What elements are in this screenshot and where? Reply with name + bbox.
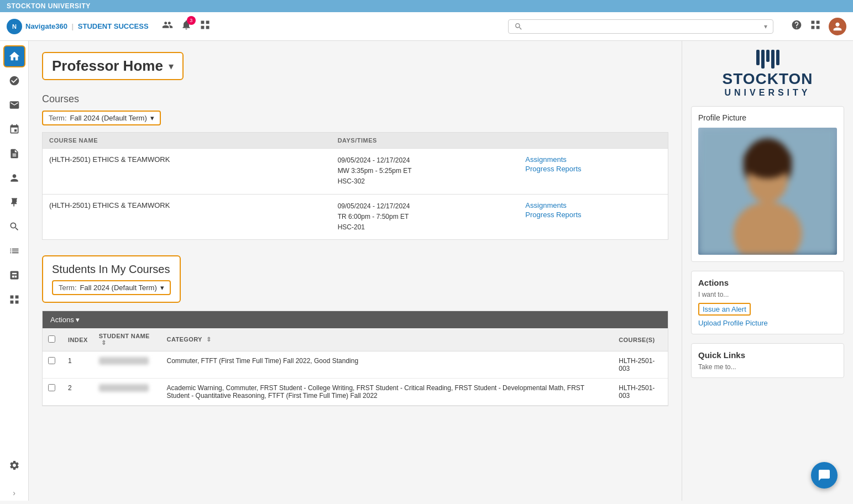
profile-picture-label: Profile Picture [698, 113, 837, 122]
sidebar-item-search[interactable] [3, 216, 25, 238]
top-bar-title: STOCKTON UNIVERSITY [7, 2, 91, 10]
days-times-col-header: DAYS/TIMES [331, 133, 519, 149]
course-name-col-header: COURSE NAME [43, 133, 331, 149]
students-section: Students In My Courses Term: Fall 2024 (… [42, 255, 668, 406]
issue-alert-link[interactable]: Issue an Alert [698, 303, 751, 316]
course-name-cell: (HLTH-2501) ETHICS & TEAMWORK [43, 194, 331, 240]
courses-term-selector[interactable]: Term: Fall 2024 (Default Term) ▾ [42, 111, 161, 125]
student-name-blurred [99, 384, 149, 392]
student-course-cell: HLTH-2501-003 [613, 351, 668, 379]
actions-card-title: Actions [698, 278, 837, 287]
upload-profile-picture-link[interactable]: Upload Profile Picture [698, 319, 837, 327]
students-table: INDEX STUDENT NAME ⇕ CATEGORY ⇕ COURSE(S… [43, 328, 668, 406]
nav-right-icons [791, 18, 846, 35]
apps-icon-btn[interactable] [200, 19, 211, 33]
professor-home-header[interactable]: Professor Home ▾ [42, 52, 184, 80]
student-name-blurred [99, 357, 149, 365]
help-icon-btn[interactable] [791, 19, 802, 33]
course-name-cell: (HLTH-2501) ETHICS & TEAMWORK [43, 149, 331, 195]
sidebar-expand-btn[interactable]: › [3, 485, 25, 501]
course-link[interactable]: Progress Reports [525, 165, 661, 173]
courses-table: COURSE NAME DAYS/TIMES (HLTH-2501) ETHIC… [42, 132, 668, 240]
chat-button[interactable] [811, 462, 838, 489]
svg-point-3 [743, 143, 792, 179]
students-term-selector[interactable]: Term: Fall 2024 (Default Term) ▾ [52, 280, 171, 295]
table-row: 1 Commuter, FTFT (First Time Full Time) … [43, 351, 668, 379]
right-panel: STOCKTON UNIVERSITY Profile Picture [682, 41, 853, 501]
sidebar-item-calendar[interactable] [3, 118, 25, 140]
sidebar-item-home[interactable] [3, 45, 25, 67]
nav-logo: N Navigate360 | STUDENT SUCCESS [7, 19, 149, 34]
profile-picture-card: Profile Picture [691, 106, 844, 262]
profile-image [698, 128, 837, 255]
nav-search-bar[interactable]: ▾ [508, 19, 773, 34]
student-select-cell [43, 351, 62, 379]
col-icon-2 [761, 50, 765, 69]
sidebar: › [0, 41, 29, 501]
main-layout: › Professor Home ▾ Courses Term: Fall 20… [0, 41, 853, 501]
course-times-cell: 09/05/2024 - 12/17/2024MW 3:35pm - 5:25p… [331, 149, 519, 195]
sidebar-item-reports[interactable] [3, 143, 25, 165]
actions-card-subtitle: I want to... [698, 291, 837, 298]
sidebar-item-settings[interactable] [3, 454, 25, 476]
quick-links-title: Quick Links [698, 350, 837, 360]
students-term-dropdown-icon: ▾ [160, 284, 164, 292]
notification-badge: 3 [187, 16, 196, 25]
links-col-header [519, 133, 668, 149]
students-actions-label: Actions ▾ [50, 316, 80, 324]
course-link[interactable]: Assignments [525, 201, 661, 209]
course-links-cell: AssignmentsProgress Reports [519, 194, 668, 240]
stockton-logo-name-line1: STOCKTON [691, 71, 844, 88]
student-name-cell [93, 379, 161, 406]
courses-term-label: Term: [49, 114, 67, 122]
students-actions-bar[interactable]: Actions ▾ [43, 311, 668, 328]
table-row: (HLTH-2501) ETHICS & TEAMWORK 09/05/2024… [43, 194, 668, 240]
nav-icons: 3 [162, 19, 211, 33]
select-all-checkbox[interactable] [48, 335, 55, 343]
sidebar-item-analytics[interactable] [3, 70, 25, 92]
sidebar-item-pin[interactable] [3, 191, 25, 213]
students-section-title: Students In My Courses [52, 263, 171, 276]
index-col-header: INDEX [62, 328, 93, 351]
courses-section: Courses Term: Fall 2024 (Default Term) ▾… [42, 93, 668, 240]
courses-term-dropdown-icon: ▾ [150, 114, 154, 122]
student-name-col-header[interactable]: STUDENT NAME ⇕ [93, 328, 161, 351]
category-col-header[interactable]: CATEGORY ⇕ [161, 328, 614, 351]
sidebar-item-chart[interactable] [3, 264, 25, 286]
sidebar-item-grid[interactable] [3, 288, 25, 311]
students-table-wrapper: Actions ▾ INDEX STUDENT NAME ⇕ [42, 311, 668, 406]
col-icon-5 [776, 50, 779, 65]
students-term-value: Fall 2024 (Default Term) [80, 284, 157, 292]
category-sort-icon: ⇕ [206, 336, 211, 343]
course-link[interactable]: Assignments [525, 155, 661, 164]
courses-section-title: Courses [42, 93, 668, 105]
courses-col-header: COURSE(S) [613, 328, 668, 351]
col-icon-3 [766, 50, 770, 62]
sidebar-bottom [3, 454, 25, 476]
student-checkbox[interactable] [48, 357, 55, 364]
col-icon-1 [756, 50, 760, 65]
sidebar-item-list[interactable] [3, 240, 25, 262]
people-icon-btn[interactable] [162, 19, 173, 33]
course-times-cell: 09/05/2024 - 12/17/2024TR 6:00pm - 7:50p… [331, 194, 519, 240]
student-course-cell: HLTH-2501-003 [613, 379, 668, 406]
nav-bar: N Navigate360 | STUDENT SUCCESS 3 ▾ [0, 12, 853, 41]
student-checkbox[interactable] [48, 384, 55, 391]
search-input[interactable] [526, 22, 764, 30]
sidebar-item-students[interactable] [3, 167, 25, 189]
user-avatar[interactable] [829, 18, 846, 35]
notifications-icon-btn[interactable]: 3 [181, 19, 192, 33]
select-all-col [43, 328, 62, 351]
student-category-cell: Commuter, FTFT (First Time Full Time) Fa… [161, 351, 614, 379]
student-select-cell [43, 379, 62, 406]
stockton-logo-name-line2: UNIVERSITY [691, 88, 844, 98]
course-link[interactable]: Progress Reports [525, 211, 661, 219]
student-category-cell: Academic Warning, Commuter, FRST Student… [161, 379, 614, 406]
sidebar-item-messages[interactable] [3, 94, 25, 116]
student-name-cell [93, 351, 161, 379]
grid-icon-btn[interactable] [810, 19, 821, 33]
table-row: 2 Academic Warning, Commuter, FRST Stude… [43, 379, 668, 406]
search-chevron-icon[interactable]: ▾ [764, 23, 767, 30]
professor-home-title: Professor Home [52, 57, 163, 75]
students-section-header: Students In My Courses Term: Fall 2024 (… [42, 255, 181, 303]
